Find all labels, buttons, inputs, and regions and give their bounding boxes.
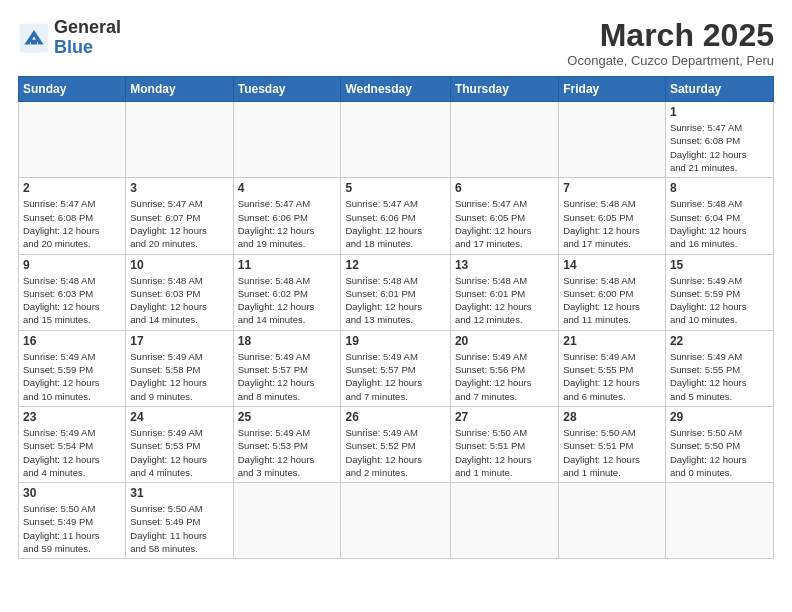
week-row-5: 23 Sunrise: 5:49 AMSunset: 5:54 PMDaylig… (19, 406, 774, 482)
empty-cell (665, 483, 773, 559)
day-27: 27 Sunrise: 5:50 AMSunset: 5:51 PMDaylig… (450, 406, 558, 482)
week-row-1: 1 Sunrise: 5:47 AMSunset: 6:08 PMDayligh… (19, 102, 774, 178)
subtitle: Ocongate, Cuzco Department, Peru (567, 53, 774, 68)
month-title: March 2025 (567, 18, 774, 53)
day-24: 24 Sunrise: 5:49 AMSunset: 5:53 PMDaylig… (126, 406, 233, 482)
weekday-header-row: Sunday Monday Tuesday Wednesday Thursday… (19, 77, 774, 102)
day-4: 4 Sunrise: 5:47 AMSunset: 6:06 PMDayligh… (233, 178, 341, 254)
day-15: 15 Sunrise: 5:49 AMSunset: 5:59 PMDaylig… (665, 254, 773, 330)
header-tuesday: Tuesday (233, 77, 341, 102)
day-2: 2 Sunrise: 5:47 AMSunset: 6:08 PMDayligh… (19, 178, 126, 254)
day-31: 31 Sunrise: 5:50 AMSunset: 5:49 PMDaylig… (126, 483, 233, 559)
day-7: 7 Sunrise: 5:48 AMSunset: 6:05 PMDayligh… (559, 178, 666, 254)
header-monday: Monday (126, 77, 233, 102)
day-30: 30 Sunrise: 5:50 AMSunset: 5:49 PMDaylig… (19, 483, 126, 559)
empty-cell (233, 102, 341, 178)
day-18: 18 Sunrise: 5:49 AMSunset: 5:57 PMDaylig… (233, 330, 341, 406)
title-block: March 2025 Ocongate, Cuzco Department, P… (567, 18, 774, 68)
day-3: 3 Sunrise: 5:47 AMSunset: 6:07 PMDayligh… (126, 178, 233, 254)
week-row-2: 2 Sunrise: 5:47 AMSunset: 6:08 PMDayligh… (19, 178, 774, 254)
empty-cell (341, 102, 450, 178)
empty-cell (450, 483, 558, 559)
day-17: 17 Sunrise: 5:49 AMSunset: 5:58 PMDaylig… (126, 330, 233, 406)
logo-text: General Blue (54, 18, 121, 58)
day-1: 1 Sunrise: 5:47 AMSunset: 6:08 PMDayligh… (665, 102, 773, 178)
page: General Blue March 2025 Ocongate, Cuzco … (0, 0, 792, 612)
day-16: 16 Sunrise: 5:49 AMSunset: 5:59 PMDaylig… (19, 330, 126, 406)
day-21: 21 Sunrise: 5:49 AMSunset: 5:55 PMDaylig… (559, 330, 666, 406)
day-5: 5 Sunrise: 5:47 AMSunset: 6:06 PMDayligh… (341, 178, 450, 254)
day-23: 23 Sunrise: 5:49 AMSunset: 5:54 PMDaylig… (19, 406, 126, 482)
empty-cell (559, 483, 666, 559)
empty-cell (233, 483, 341, 559)
day-19: 19 Sunrise: 5:49 AMSunset: 5:57 PMDaylig… (341, 330, 450, 406)
empty-cell (450, 102, 558, 178)
day-9: 9 Sunrise: 5:48 AMSunset: 6:03 PMDayligh… (19, 254, 126, 330)
day-20: 20 Sunrise: 5:49 AMSunset: 5:56 PMDaylig… (450, 330, 558, 406)
day-29: 29 Sunrise: 5:50 AMSunset: 5:50 PMDaylig… (665, 406, 773, 482)
svg-rect-3 (31, 39, 37, 44)
day-28: 28 Sunrise: 5:50 AMSunset: 5:51 PMDaylig… (559, 406, 666, 482)
day-6: 6 Sunrise: 5:47 AMSunset: 6:05 PMDayligh… (450, 178, 558, 254)
day-10: 10 Sunrise: 5:48 AMSunset: 6:03 PMDaylig… (126, 254, 233, 330)
day-14: 14 Sunrise: 5:48 AMSunset: 6:00 PMDaylig… (559, 254, 666, 330)
day-12: 12 Sunrise: 5:48 AMSunset: 6:01 PMDaylig… (341, 254, 450, 330)
calendar: Sunday Monday Tuesday Wednesday Thursday… (18, 76, 774, 559)
logo-icon (18, 22, 50, 54)
empty-cell (126, 102, 233, 178)
day-13: 13 Sunrise: 5:48 AMSunset: 6:01 PMDaylig… (450, 254, 558, 330)
empty-cell (559, 102, 666, 178)
header-wednesday: Wednesday (341, 77, 450, 102)
day-25: 25 Sunrise: 5:49 AMSunset: 5:53 PMDaylig… (233, 406, 341, 482)
empty-cell (341, 483, 450, 559)
day-8: 8 Sunrise: 5:48 AMSunset: 6:04 PMDayligh… (665, 178, 773, 254)
day-22: 22 Sunrise: 5:49 AMSunset: 5:55 PMDaylig… (665, 330, 773, 406)
day-11: 11 Sunrise: 5:48 AMSunset: 6:02 PMDaylig… (233, 254, 341, 330)
day-26: 26 Sunrise: 5:49 AMSunset: 5:52 PMDaylig… (341, 406, 450, 482)
empty-cell (19, 102, 126, 178)
header-friday: Friday (559, 77, 666, 102)
week-row-4: 16 Sunrise: 5:49 AMSunset: 5:59 PMDaylig… (19, 330, 774, 406)
week-row-6: 30 Sunrise: 5:50 AMSunset: 5:49 PMDaylig… (19, 483, 774, 559)
header-thursday: Thursday (450, 77, 558, 102)
week-row-3: 9 Sunrise: 5:48 AMSunset: 6:03 PMDayligh… (19, 254, 774, 330)
header-sunday: Sunday (19, 77, 126, 102)
header: General Blue March 2025 Ocongate, Cuzco … (18, 18, 774, 68)
header-saturday: Saturday (665, 77, 773, 102)
logo: General Blue (18, 18, 121, 58)
